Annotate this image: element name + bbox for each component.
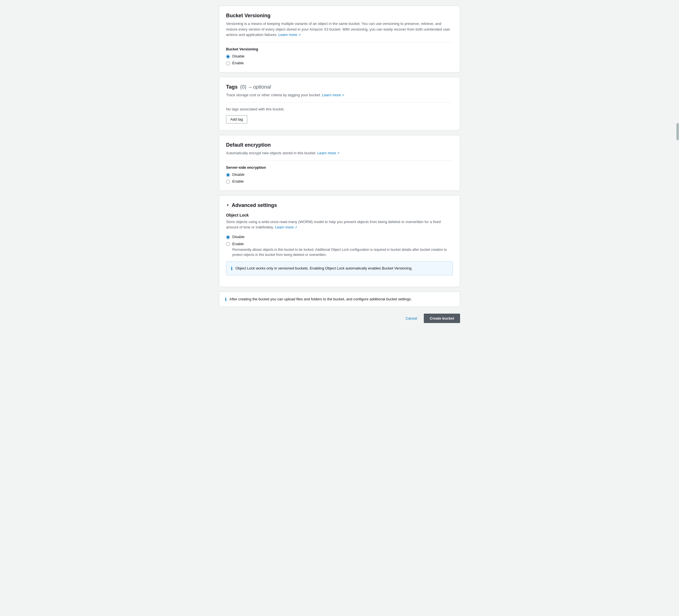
bucket-versioning-disable-label: Disable <box>232 54 245 58</box>
server-side-encryption-radio-group: Disable Enable <box>226 173 453 184</box>
encryption-enable-label: Enable <box>232 179 244 183</box>
create-bucket-button[interactable]: Create bucket <box>424 314 460 323</box>
default-encryption-title: Default encryption <box>226 142 453 148</box>
object-lock-enable-option[interactable]: Enable Permanently allows objects in thi… <box>226 242 453 257</box>
encryption-disable-label: Disable <box>232 173 245 177</box>
encryption-enable-radio[interactable] <box>226 180 230 184</box>
object-lock-learn-more[interactable]: Learn more <box>275 225 297 229</box>
server-side-encryption-title: Server-side encryption <box>226 165 453 170</box>
object-lock-disable-label: Disable <box>232 235 245 239</box>
actions-row: Cancel Create bucket <box>219 314 460 323</box>
object-lock-info-box: ℹ Object Lock works only in versioned bu… <box>226 261 453 275</box>
bucket-versioning-disable-radio[interactable] <box>226 55 230 59</box>
object-lock-info-text: Object Lock works only in versioned buck… <box>235 266 413 271</box>
bucket-versioning-description: Versioning is a means of keeping multipl… <box>226 21 453 38</box>
advanced-settings-section: ▼ Advanced settings Object Lock Store ob… <box>219 195 460 287</box>
object-lock-section: Object Lock Store objects using a write-… <box>226 213 453 275</box>
bottom-info-box: ℹ After creating the bucket you can uplo… <box>219 291 460 307</box>
object-lock-enable-label: Enable <box>232 242 244 246</box>
tags-section: Tags (0) – optional Track storage cost o… <box>219 77 460 131</box>
tags-learn-more[interactable]: Learn more <box>322 93 344 97</box>
bottom-info-icon: ℹ <box>225 297 227 302</box>
advanced-settings-title: Advanced settings <box>232 203 277 208</box>
bucket-versioning-title: Bucket Versioning <box>226 13 453 19</box>
default-encryption-section: Default encryption Automatically encrypt… <box>219 135 460 191</box>
encryption-disable-radio[interactable] <box>226 173 230 177</box>
advanced-settings-header: ▼ Advanced settings <box>226 203 453 208</box>
page-container: Bucket Versioning Versioning is a means … <box>212 0 467 334</box>
cancel-button[interactable]: Cancel <box>402 314 420 323</box>
object-lock-disable-option[interactable]: Disable <box>226 235 453 239</box>
bucket-versioning-subsection-title: Bucket Versioning <box>226 47 453 51</box>
add-tag-button[interactable]: Add tag <box>226 115 247 123</box>
encryption-enable-option[interactable]: Enable <box>226 179 453 184</box>
bucket-versioning-enable-radio[interactable] <box>226 61 230 65</box>
encryption-disable-option[interactable]: Disable <box>226 173 453 177</box>
object-lock-description: Store objects using a write-once-read-ma… <box>226 219 453 230</box>
bucket-versioning-learn-more[interactable]: Learn more <box>279 33 301 37</box>
bucket-versioning-enable-option[interactable]: Enable <box>226 61 453 65</box>
bottom-info-text: After creating the bucket you can upload… <box>229 297 412 302</box>
object-lock-enable-radio[interactable] <box>226 242 230 246</box>
bucket-versioning-radio-group: Disable Enable <box>226 54 453 65</box>
object-lock-disable-radio[interactable] <box>226 235 230 239</box>
default-encryption-description: Automatically encrypt new objects stored… <box>226 150 453 156</box>
bucket-versioning-enable-label: Enable <box>232 61 244 65</box>
info-icon: ℹ <box>231 266 232 271</box>
bucket-versioning-section: Bucket Versioning Versioning is a means … <box>219 6 460 72</box>
bucket-versioning-disable-option[interactable]: Disable <box>226 54 453 59</box>
object-lock-radio-group: Disable Enable Permanently allows object… <box>226 235 453 257</box>
object-lock-enable-sublabel: Permanently allows objects in this bucke… <box>232 247 453 257</box>
object-lock-title: Object Lock <box>226 213 453 217</box>
chevron-down-icon: ▼ <box>226 203 229 207</box>
tags-description: Track storage cost or other criteria by … <box>226 92 453 98</box>
tags-title: Tags (0) – optional <box>226 84 453 90</box>
no-tags-text: No tags associated with this bucket. <box>226 107 453 111</box>
default-encryption-learn-more[interactable]: Learn more <box>317 151 340 155</box>
